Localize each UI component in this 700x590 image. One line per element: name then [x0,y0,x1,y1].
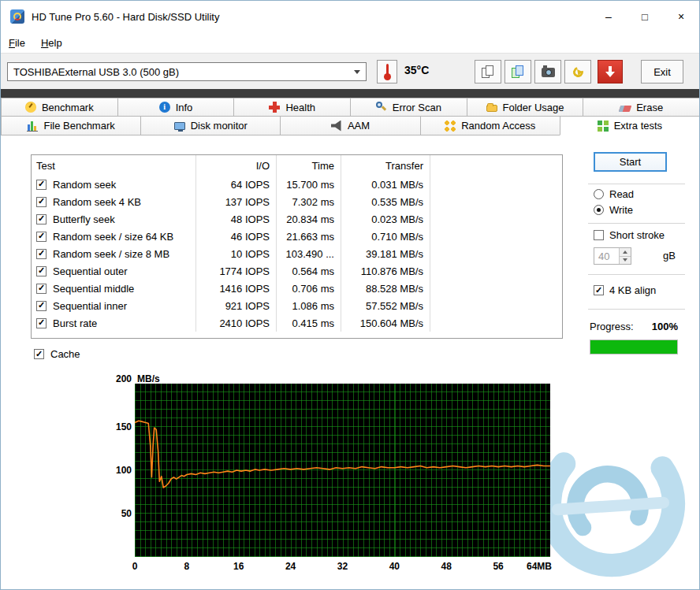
io-value: 48 IOPS [196,210,277,228]
aam-icon [331,121,342,132]
test-checkbox[interactable] [36,266,47,276]
menu-help[interactable]: Help [33,35,70,51]
write-radio[interactable]: Write [594,204,633,216]
benchmark-chart-plot [135,384,550,557]
short-stroke-checkbox[interactable]: Short stroke [594,229,665,241]
spin-down-button[interactable] [620,256,631,265]
divider [588,184,685,184]
camera-icon [542,68,555,77]
time-value: 103.490 ... [277,245,341,262]
y-axis-tick: 150 [100,421,132,432]
tab-folder-usage[interactable]: Folder Usage [467,98,584,117]
screenshot-button[interactable] [534,60,561,83]
extra-tests-table: Test I/O Time Transfer Random seek 64 IO… [31,154,563,339]
info-icon [159,102,170,113]
4kb-align-checkbox[interactable]: 4 KB align [594,284,656,296]
chevron-down-icon [354,70,360,77]
temperature-button[interactable] [377,60,397,83]
tab-aam[interactable]: AAM [280,117,420,135]
time-value: 20.834 ms [277,210,341,228]
tab-file-benchmark[interactable]: File Benchmark [1,117,141,135]
x-axis-tick: 16 [233,561,244,572]
copy-text-button[interactable] [475,60,501,83]
transfer-value: 0.710 MB/s [341,228,430,245]
y-axis-unit-label: MB/s [137,373,160,384]
test-checkbox[interactable] [36,214,47,224]
radio-circle[interactable] [594,189,604,199]
progress-bar-fill [590,340,677,354]
stroke-unit-label: gB [663,250,676,262]
checkbox-box[interactable] [594,230,604,240]
divider [588,223,685,224]
window-title: HD Tune Pro 5.60 - Hard Disk/SSD Utility [32,11,219,23]
table-row: Sequential middle 1416 IOPS 0.706 ms 88.… [32,280,562,297]
start-button[interactable]: Start [594,152,667,172]
cache-checkbox[interactable]: Cache [34,348,80,360]
transfer-value: 150.604 MB/s [341,314,430,332]
test-checkbox[interactable] [36,284,47,294]
error-scan-icon [376,102,387,113]
test-name: Sequential middle [53,283,134,295]
test-checkbox[interactable] [36,318,47,328]
test-name: Random seek / size 64 KB [53,231,173,243]
test-name: Butterfly seek [53,213,115,225]
tab-health[interactable]: Health [233,98,351,117]
save-results-button[interactable] [598,60,623,83]
io-value: 2410 IOPS [196,314,277,332]
x-axis-tick: 48 [441,561,452,572]
maximize-button[interactable]: □ [627,1,663,32]
radio-circle-selected[interactable] [594,205,604,215]
minimize-button[interactable]: – [590,1,627,32]
refresh-icon [571,65,585,79]
x-axis-tick: 8 [184,561,190,572]
table-row: Sequential inner 921 IOPS 1.086 ms 57.55… [32,297,562,314]
progress-row: Progress: 100% [590,321,678,332]
io-value: 1416 IOPS [196,280,277,297]
test-checkbox[interactable] [36,232,47,242]
test-checkbox[interactable] [36,249,47,259]
copy-image-icon [512,65,524,78]
checkbox-box[interactable] [34,349,44,359]
toolbar: TOSHIBAExternal USB 3.0 (500 gB) 35°C Ex… [1,53,699,90]
test-name: Sequential outer [53,265,128,277]
checkbox-box[interactable] [594,285,604,295]
tab-disk-monitor[interactable]: Disk monitor [140,117,281,135]
test-checkbox[interactable] [36,197,47,207]
drive-select-dropdown[interactable]: TOSHIBAExternal USB 3.0 (500 gB) [7,62,367,81]
col-header-io: I/O [196,155,277,176]
exit-button[interactable]: Exit [641,60,683,83]
tab-erase[interactable]: Erase [583,98,700,117]
read-radio[interactable]: Read [594,188,634,200]
table-header-row: Test I/O Time Transfer [32,155,562,176]
tab-extra-tests[interactable]: Extra tests [560,117,700,135]
tab-info[interactable]: Info [117,98,235,117]
app-window: HD Tune Pro 5.60 - Hard Disk/SSD Utility… [0,0,700,590]
tab-random-access[interactable]: Random Access [420,117,560,135]
menu-file[interactable]: File [1,35,33,51]
close-button[interactable]: × [663,1,699,32]
y-axis-tick: 200 [100,373,132,384]
table-row: Random seek 64 IOPS 15.700 ms 0.031 MB/s [32,176,562,193]
tab-error-scan[interactable]: Error Scan [350,98,467,117]
file-benchmark-icon [27,120,38,132]
progress-label: Progress: [590,321,634,332]
transfer-value: 39.181 MB/s [341,245,430,262]
test-checkbox[interactable] [36,180,47,190]
col-header-filler [430,155,562,176]
refresh-button[interactable] [564,60,591,83]
test-checkbox[interactable] [36,301,47,311]
io-value: 46 IOPS [196,228,277,245]
x-axis-tick: 56 [493,561,503,572]
extra-tests-icon [598,121,609,132]
stroke-size-spinner[interactable]: 40 [594,247,631,265]
separator-strip [1,89,699,98]
transfer-rate-line [135,384,550,557]
col-header-transfer: Transfer [341,155,430,176]
copy-image-button[interactable] [505,60,531,83]
time-value: 1.086 ms [277,297,341,314]
transfer-value: 88.528 MB/s [341,280,430,297]
tab-benchmark[interactable]: Benchmark [1,98,118,117]
spin-up-button[interactable] [620,248,631,256]
download-arrow-icon [605,65,616,79]
drive-select-value: TOSHIBAExternal USB 3.0 (500 gB) [13,66,179,78]
